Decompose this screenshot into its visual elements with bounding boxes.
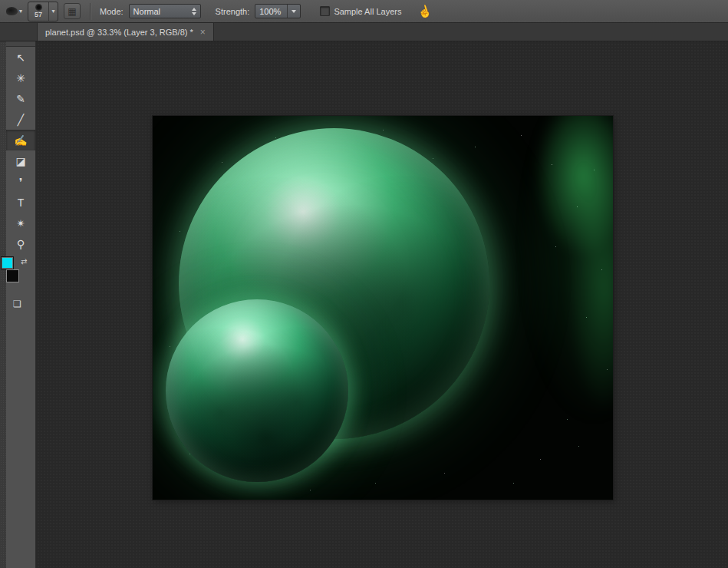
sample-all-layers-checkbox[interactable] <box>320 6 330 16</box>
mode-label: Mode: <box>100 7 124 16</box>
finger-painting-icon[interactable]: ☝ <box>416 2 433 20</box>
type-icon: T <box>18 197 25 208</box>
eyedropper-tool-button[interactable]: ✎ <box>6 88 35 109</box>
dropdown-arrow-icon <box>287 5 296 18</box>
zoom-tool-button[interactable]: ⚲ <box>6 233 35 254</box>
brush-tip-icon <box>35 4 42 11</box>
dropdown-arrows-icon <box>192 8 196 15</box>
blur-tool-button[interactable]: ❜ <box>6 171 35 192</box>
sample-all-layers-label: Sample All Layers <box>334 7 401 16</box>
move-tool-button[interactable]: ↖ <box>6 47 35 68</box>
blur-drop-icon: ❜ <box>19 177 23 187</box>
brush-preview: 57 <box>28 2 48 21</box>
gradient-tool-button[interactable]: ◪ <box>6 150 35 171</box>
screen-mode-icon[interactable]: ❏ <box>13 299 21 309</box>
sparkle-tool-button[interactable]: ✴ <box>6 213 35 233</box>
brush-icon: ╱ <box>18 114 24 125</box>
type-tool-button[interactable]: T <box>6 192 35 213</box>
magic-wand-icon: ✳ <box>16 73 25 84</box>
brush-size-value: 57 <box>35 12 42 18</box>
document-canvas[interactable] <box>153 116 613 500</box>
document-tab-title: planet.psd @ 33.3% (Layer 3, RGB/8) * <box>45 28 193 37</box>
canvas-pasteboard[interactable] <box>36 41 728 568</box>
brush-tool-button[interactable]: ╱ <box>6 109 35 130</box>
brush-panel-icon: ▦ <box>68 6 76 17</box>
document-tab-bar: planet.psd @ 33.3% (Layer 3, RGB/8) * × <box>0 23 728 41</box>
close-icon[interactable]: × <box>200 28 206 37</box>
smudge-tool-button[interactable]: ✍ <box>6 130 35 150</box>
strength-label: Strength: <box>216 7 250 16</box>
document-tab[interactable]: planet.psd @ 33.3% (Layer 3, RGB/8) * × <box>37 23 214 41</box>
mode-value: Normal <box>133 7 160 16</box>
tools-panel-header[interactable] <box>6 41 35 47</box>
separator <box>90 3 91 20</box>
current-tool-icon <box>6 7 18 15</box>
strength-value: 100% <box>259 7 281 16</box>
chevron-down-icon: ▾ <box>19 8 22 15</box>
magic-wand-tool-button[interactable]: ✳ <box>6 68 35 88</box>
swap-colors-icon[interactable]: ⇄ <box>21 257 27 266</box>
tool-preset-picker[interactable]: ▾ <box>6 7 22 15</box>
move-tool-icon: ↖ <box>16 52 25 63</box>
background-color-swatch[interactable] <box>6 269 19 282</box>
smudge-icon: ✍ <box>14 135 27 146</box>
sparkle-icon: ✴ <box>16 218 25 229</box>
starfield <box>153 116 153 117</box>
zoom-icon: ⚲ <box>17 239 25 249</box>
strength-dropdown[interactable]: 100% <box>255 4 301 18</box>
gradient-icon: ◪ <box>15 156 25 167</box>
panel-dock-edge <box>0 24 6 568</box>
foreground-color-swatch[interactable] <box>1 256 14 269</box>
sample-all-layers-option[interactable]: Sample All Layers <box>320 6 401 16</box>
small-planet-image <box>166 299 348 482</box>
brush-panel-toggle-button[interactable]: ▦ <box>64 3 81 19</box>
brush-picker-arrow[interactable]: ▾ <box>48 2 58 21</box>
eyedropper-icon: ✎ <box>16 94 25 104</box>
brush-preset-picker[interactable]: 57 ▾ <box>28 2 58 21</box>
photoshop-window: ▾ 57 ▾ ▦ Mode: Normal Strength: 100% Sa <box>0 0 728 568</box>
tool-options-bar: ▾ 57 ▾ ▦ Mode: Normal Strength: 100% Sa <box>0 0 728 23</box>
mode-dropdown[interactable]: Normal <box>129 4 201 18</box>
